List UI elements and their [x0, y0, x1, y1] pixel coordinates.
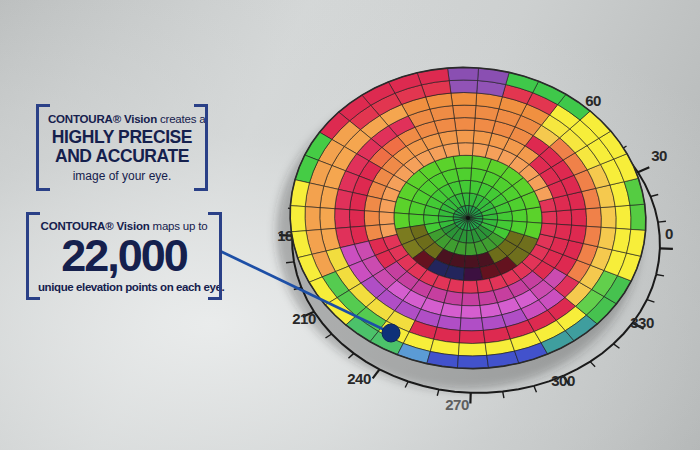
callout-precise-intro: CONTOURA® Vision creates a	[48, 113, 196, 125]
map-cell	[571, 209, 586, 227]
map-cell	[464, 267, 483, 280]
degree-label-270: 270	[445, 396, 469, 413]
tick-mark	[651, 194, 659, 196]
degree-label-210: 210	[292, 310, 316, 327]
map-cell	[448, 67, 479, 80]
map-cell	[453, 105, 476, 118]
map-cell	[615, 205, 631, 229]
and-accurate-text: AND ACCURATE	[48, 147, 196, 166]
map-cell	[542, 211, 557, 224]
map-cell	[459, 330, 485, 343]
degree-label-240: 240	[347, 370, 371, 387]
map-cell	[458, 343, 486, 356]
map-cell	[305, 207, 321, 231]
tick-mark	[656, 275, 664, 276]
degree-label-0: 0	[665, 225, 673, 242]
elevation-point-dot	[382, 324, 400, 342]
map-cell	[454, 118, 475, 131]
map-cell	[458, 355, 489, 368]
degree-label-330: 330	[630, 314, 654, 331]
map-cell	[364, 196, 381, 212]
map-cell	[350, 210, 365, 228]
map-cell	[462, 293, 480, 306]
map-cell	[463, 281, 479, 294]
callout-elevation-points: CONTOURA® Vision maps up to 22,000 uniqu…	[26, 212, 222, 300]
degree-label-60: 60	[585, 92, 601, 109]
map-cell	[394, 213, 410, 229]
tick-mark	[534, 386, 537, 392]
degree-label-30: 30	[651, 147, 667, 164]
map-cell	[526, 207, 542, 223]
map-cell	[460, 318, 483, 331]
map-cell	[456, 130, 474, 143]
callout-precise: CONTOURA® Vision creates a HIGHLY PRECIS…	[36, 104, 208, 191]
tick-mark	[658, 221, 666, 222]
infographic-canvas: 03060120150180210240270300330 CONTOURA® …	[0, 0, 700, 450]
big-number-22000: 22,000	[38, 235, 210, 278]
unique-points-text: unique elevation points on each eye.	[38, 281, 210, 293]
map-cell	[364, 211, 379, 226]
map-cell	[556, 210, 571, 225]
tick-mark	[503, 392, 504, 399]
map-cell	[290, 206, 306, 232]
tick-mark	[647, 300, 654, 303]
brand-name: CONTOURA® Vision	[48, 113, 157, 125]
tick-mark	[613, 344, 619, 348]
map-cell	[461, 306, 482, 319]
map-cell	[320, 208, 336, 230]
tick-mark	[638, 167, 649, 172]
map-cell	[458, 143, 474, 156]
map-cell	[379, 212, 394, 225]
map-cell	[555, 224, 572, 240]
highly-precise-text: HIGHLY PRECISE	[48, 128, 196, 147]
tick-mark	[590, 362, 595, 367]
map-cell	[335, 209, 351, 229]
tick-mark	[437, 389, 439, 395]
degree-label-300: 300	[551, 372, 575, 389]
map-cell	[449, 80, 477, 93]
map-cell	[453, 155, 472, 168]
image-of-eye-text: image of your eye.	[48, 169, 196, 183]
tick-mark	[286, 262, 294, 263]
map-cell	[630, 204, 646, 230]
map-cell	[586, 208, 602, 228]
map-cell	[451, 93, 477, 106]
map-cell	[601, 207, 617, 229]
map-center-point	[466, 216, 470, 220]
